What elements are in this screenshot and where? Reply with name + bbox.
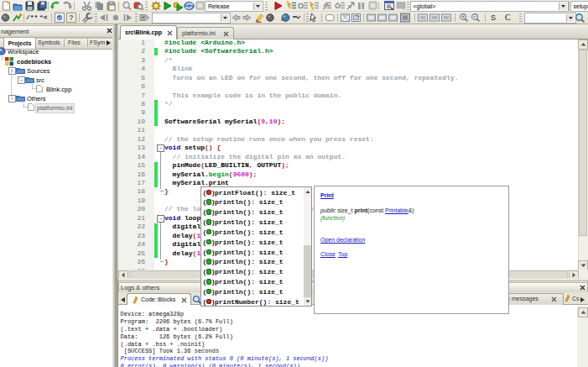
svg-text:?: ? — [69, 13, 74, 22]
